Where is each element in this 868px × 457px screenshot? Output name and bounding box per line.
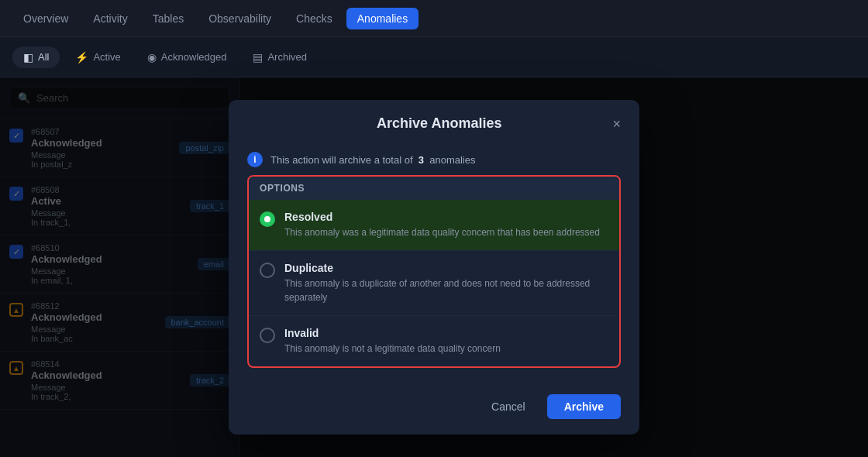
main-content: 🔍 #68507 Acknowledged Message In postal_…	[0, 77, 868, 457]
modal-info-bar: i This action will archive a total of 3 …	[229, 144, 639, 175]
option-duplicate[interactable]: Duplicate This anomaly is a duplicate of…	[249, 250, 619, 315]
option-content-resolved: Resolved This anomaly was a legitimate d…	[284, 211, 608, 239]
nav-anomalies[interactable]: Anomalies	[346, 8, 418, 29]
modal-header: Archive Anomalies ×	[229, 100, 639, 144]
info-prefix: This action will archive a total of	[270, 154, 413, 166]
radio-resolved	[260, 211, 275, 227]
info-icon: i	[247, 152, 263, 167]
nav-observability[interactable]: Observability	[198, 8, 282, 29]
filter-bar: ◧ All ⚡ Active ◉ Acknowledged ▤ Archived	[0, 37, 868, 77]
modal-overlay: Archive Anomalies × i This action will a…	[0, 77, 868, 457]
active-icon: ⚡	[75, 51, 88, 64]
archive-modal: Archive Anomalies × i This action will a…	[229, 100, 639, 435]
archived-icon: ▤	[253, 51, 263, 64]
option-title-duplicate: Duplicate	[284, 262, 608, 274]
filter-acknowledged[interactable]: ◉ Acknowledged	[136, 46, 238, 68]
filter-active[interactable]: ⚡ Active	[64, 46, 131, 68]
top-nav: Overview Activity Tables Observability C…	[0, 0, 868, 37]
nav-activity[interactable]: Activity	[82, 8, 138, 29]
modal-close-button[interactable]: ×	[612, 117, 621, 131]
option-title-resolved: Resolved	[284, 211, 608, 223]
option-content-duplicate: Duplicate This anomaly is a duplicate of…	[284, 262, 608, 304]
option-title-invalid: Invalid	[284, 327, 608, 339]
radio-invalid	[260, 328, 275, 343]
option-desc-invalid: This anomaly is not a legitimate data qu…	[284, 342, 608, 356]
info-count: 3	[418, 154, 424, 166]
modal-options-wrap: Options Resolved This anomaly was a legi…	[229, 175, 639, 383]
filter-all-label: All	[38, 51, 49, 63]
nav-checks[interactable]: Checks	[285, 8, 343, 29]
filter-active-label: Active	[93, 51, 120, 63]
info-suffix: anomalies	[429, 154, 475, 166]
option-content-invalid: Invalid This anomaly is not a legitimate…	[284, 327, 608, 356]
options-box: Options Resolved This anomaly was a legi…	[247, 175, 621, 368]
info-bar-text: This action will archive a total of 3 an…	[270, 154, 476, 166]
radio-duplicate	[260, 263, 275, 278]
cancel-button[interactable]: Cancel	[479, 394, 538, 419]
modal-title: Archive Anomalies	[266, 115, 612, 132]
acknowledged-icon: ◉	[147, 51, 157, 64]
options-label: Options	[249, 177, 619, 200]
filter-archived-label: Archived	[267, 51, 307, 63]
modal-footer: Cancel Archive	[229, 383, 639, 435]
archive-button[interactable]: Archive	[547, 394, 621, 419]
nav-overview[interactable]: Overview	[12, 8, 79, 29]
options-list: Resolved This anomaly was a legitimate d…	[249, 200, 619, 366]
option-desc-resolved: This anomaly was a legitimate data quali…	[284, 225, 608, 239]
option-resolved[interactable]: Resolved This anomaly was a legitimate d…	[249, 200, 619, 250]
option-desc-duplicate: This anomaly is a duplicate of another a…	[284, 277, 608, 304]
filter-all[interactable]: ◧ All	[12, 46, 60, 68]
all-icon: ◧	[23, 51, 33, 64]
filter-acknowledged-label: Acknowledged	[161, 51, 227, 63]
nav-tables[interactable]: Tables	[142, 8, 195, 29]
filter-archived[interactable]: ▤ Archived	[242, 46, 318, 68]
option-invalid[interactable]: Invalid This anomaly is not a legitimate…	[249, 315, 619, 366]
